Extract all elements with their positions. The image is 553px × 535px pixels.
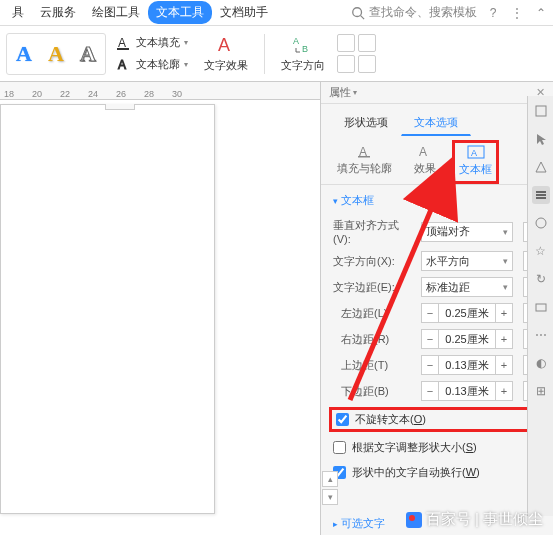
text-effect-button[interactable]: A 文字效果 xyxy=(198,34,254,73)
opt-3[interactable] xyxy=(337,55,355,73)
opt-1[interactable] xyxy=(337,34,355,52)
svg-text:A: A xyxy=(218,35,230,55)
textbox-icon: A xyxy=(467,145,485,159)
autosize-checkbox[interactable] xyxy=(333,441,346,454)
watermark: 百家号 | 事世倾尘 xyxy=(406,510,543,529)
rail-select-icon[interactable] xyxy=(532,130,550,148)
svg-text:A: A xyxy=(293,36,299,46)
svg-point-17 xyxy=(536,218,546,228)
textdir-label: 文字方向(X): xyxy=(333,254,415,269)
subtab-fill-outline[interactable]: A 填充与轮廓 xyxy=(331,140,398,184)
rail-star-icon[interactable]: ☆ xyxy=(532,242,550,260)
svg-rect-3 xyxy=(117,48,129,50)
svg-text:A: A xyxy=(471,148,477,158)
svg-point-0 xyxy=(353,7,362,16)
page-tab-marker xyxy=(105,104,135,110)
small-options-grid xyxy=(337,34,376,73)
menu-item-doc-assist[interactable]: 文档助手 xyxy=(212,1,276,24)
left-margin-label: 左边距(L) xyxy=(333,306,415,321)
search-box[interactable]: 查找命令、搜索模板 xyxy=(351,4,477,21)
dec-button[interactable]: − xyxy=(421,303,439,323)
text-fill-button[interactable]: A 文本填充▾ xyxy=(112,33,192,53)
svg-rect-16 xyxy=(536,197,546,199)
rail-icon-1[interactable] xyxy=(532,102,550,120)
tab-shape-options[interactable]: 形状选项 xyxy=(331,110,401,136)
bottom-margin-label: 下边距(B) xyxy=(333,384,415,399)
panel-nav: ▴ ▾ xyxy=(322,471,338,505)
svg-rect-14 xyxy=(536,191,546,193)
svg-rect-13 xyxy=(536,106,546,116)
rail-icon-5[interactable] xyxy=(532,214,550,232)
rail-settings-icon[interactable] xyxy=(532,186,550,204)
valign-select[interactable]: 顶端对齐 xyxy=(421,222,513,242)
subtab-textbox[interactable]: A 文本框 xyxy=(452,140,499,184)
right-icon-rail: ☆ ↻ ⋯ ◐ ⊞ xyxy=(527,96,553,516)
collapse-icon[interactable]: ⌃ xyxy=(533,5,549,21)
top-margin-label: 上边距(T) xyxy=(333,358,415,373)
svg-line-1 xyxy=(361,15,365,19)
panel-nav-up[interactable]: ▴ xyxy=(322,471,338,487)
svg-rect-9 xyxy=(358,156,370,158)
textdir-select[interactable]: 水平方向 xyxy=(421,251,513,271)
text-direction-button[interactable]: AB 文字方向 xyxy=(275,34,331,73)
canvas-area: 18202224262830 xyxy=(0,82,320,535)
autosize-label: 根据文字调整形状大小(S) xyxy=(352,440,477,455)
no-rotate-label: 不旋转文本(O) xyxy=(355,412,426,427)
document-page[interactable] xyxy=(0,104,215,514)
text-outline-button[interactable]: A 文本轮廓▾ xyxy=(112,55,192,75)
text-style-presets[interactable]: A A A xyxy=(6,33,106,75)
fill-a-icon: A xyxy=(116,35,132,51)
properties-panel: 属性▾ ✕ 形状选项 文本选项 A 填充与轮廓 A 效果 A 文本框 文本框 垂… xyxy=(320,82,553,535)
horizontal-ruler: 18202224262830 xyxy=(0,82,320,100)
preset-blue-icon[interactable]: A xyxy=(9,36,39,72)
menu-item-text-tools[interactable]: 文本工具 xyxy=(148,1,212,24)
wrap-label: 形状中的文字自动换行(W) xyxy=(352,465,480,480)
top-margin-input[interactable]: −0.13厘米+ xyxy=(421,355,513,375)
bottom-margin-input[interactable]: −0.13厘米+ xyxy=(421,381,513,401)
search-placeholder: 查找命令、搜索模板 xyxy=(369,4,477,21)
svg-text:A: A xyxy=(118,58,126,72)
svg-rect-15 xyxy=(536,194,546,196)
panel-title: 属性 xyxy=(329,85,351,100)
rail-folder-icon[interactable] xyxy=(532,298,550,316)
rail-icon-11[interactable]: ⊞ xyxy=(532,382,550,400)
menu-item-cloud[interactable]: 云服务 xyxy=(32,1,84,24)
direction-icon: AB xyxy=(292,34,314,56)
rail-icon-10[interactable]: ◐ xyxy=(532,354,550,372)
inc-button[interactable]: + xyxy=(495,303,513,323)
preset-outline-icon[interactable]: A xyxy=(73,36,103,72)
opt-2[interactable] xyxy=(358,34,376,52)
subtab-effect[interactable]: A 效果 xyxy=(408,140,442,184)
margin-label: 文字边距(E): xyxy=(333,280,415,295)
section-textbox-title[interactable]: 文本框 xyxy=(321,185,553,212)
effect-icon: A xyxy=(416,144,434,158)
svg-rect-18 xyxy=(536,304,546,311)
watermark-logo-icon xyxy=(406,512,422,528)
svg-text:A: A xyxy=(419,145,427,158)
preset-gold-icon[interactable]: A xyxy=(41,36,71,72)
tab-text-options[interactable]: 文本选项 xyxy=(401,110,471,136)
margin-select[interactable]: 标准边距 xyxy=(421,277,513,297)
rail-shape-icon[interactable] xyxy=(532,158,550,176)
effect-a-icon: A xyxy=(215,34,237,56)
valign-label: 垂直对齐方式(V): xyxy=(333,218,415,245)
menu-item-draw[interactable]: 绘图工具 xyxy=(84,1,148,24)
outline-a-icon: A xyxy=(116,57,132,73)
svg-text:B: B xyxy=(302,44,308,54)
no-rotate-checkbox[interactable] xyxy=(336,413,349,426)
no-rotate-row: 不旋转文本(O) xyxy=(329,407,545,432)
help-icon[interactable]: ? xyxy=(485,5,501,21)
rail-icon-9[interactable]: ⋯ xyxy=(532,326,550,344)
right-margin-input[interactable]: −0.25厘米+ xyxy=(421,329,513,349)
panel-nav-down[interactable]: ▾ xyxy=(322,489,338,505)
search-icon xyxy=(351,6,365,20)
more-icon[interactable]: ⋮ xyxy=(509,5,525,21)
fill-outline-icon: A xyxy=(356,144,374,158)
rail-refresh-icon[interactable]: ↻ xyxy=(532,270,550,288)
menu-item-0[interactable]: 具 xyxy=(4,1,32,24)
left-margin-input[interactable]: −0.25厘米+ xyxy=(421,303,513,323)
opt-4[interactable] xyxy=(358,55,376,73)
svg-text:A: A xyxy=(118,36,126,50)
right-margin-label: 右边距(R) xyxy=(333,332,415,347)
